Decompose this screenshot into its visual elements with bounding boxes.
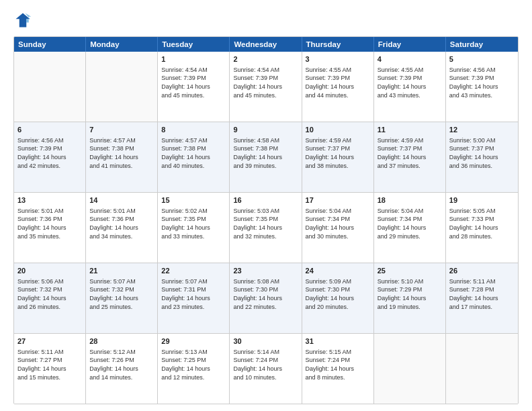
day-number: 16 — [233, 195, 298, 205]
calendar-cell: 2Sunrise: 4:54 AMSunset: 7:39 PMDaylight… — [230, 52, 302, 122]
day-number: 21 — [89, 266, 154, 276]
day-number: 18 — [378, 195, 442, 205]
calendar-cell: 20Sunrise: 5:06 AMSunset: 7:32 PMDayligh… — [14, 263, 86, 333]
calendar-cell: 6Sunrise: 4:56 AMSunset: 7:39 PMDaylight… — [14, 122, 86, 192]
day-number: 11 — [378, 125, 442, 135]
calendar-cell: 16Sunrise: 5:03 AMSunset: 7:35 PMDayligh… — [230, 193, 302, 263]
logo-icon — [13, 11, 32, 30]
day-number: 24 — [306, 266, 370, 276]
cell-details: Sunrise: 4:54 AMSunset: 7:39 PMDaylight:… — [233, 66, 298, 99]
cell-details: Sunrise: 5:11 AMSunset: 7:28 PMDaylight:… — [449, 277, 515, 311]
header-day-wednesday: Wednesday — [230, 37, 302, 52]
cell-details: Sunrise: 5:06 AMSunset: 7:32 PMDaylight:… — [17, 277, 82, 311]
calendar-row-1: 6Sunrise: 4:56 AMSunset: 7:39 PMDaylight… — [14, 122, 518, 193]
cell-details: Sunrise: 5:12 AMSunset: 7:26 PMDaylight:… — [89, 348, 154, 381]
day-number: 25 — [378, 266, 442, 276]
day-number: 19 — [449, 195, 515, 205]
calendar-cell — [446, 334, 518, 404]
day-number: 22 — [161, 266, 226, 276]
header-day-sunday: Sunday — [14, 37, 86, 52]
calendar-cell — [374, 334, 446, 404]
calendar-cell: 31Sunrise: 5:15 AMSunset: 7:24 PMDayligh… — [302, 334, 374, 404]
calendar-cell: 23Sunrise: 5:08 AMSunset: 7:30 PMDayligh… — [230, 263, 302, 333]
cell-details: Sunrise: 5:08 AMSunset: 7:30 PMDaylight:… — [233, 277, 298, 311]
calendar-cell: 18Sunrise: 5:04 AMSunset: 7:34 PMDayligh… — [374, 193, 446, 263]
day-number: 3 — [306, 54, 370, 64]
cell-details: Sunrise: 5:07 AMSunset: 7:32 PMDaylight:… — [89, 277, 154, 311]
cell-details: Sunrise: 5:09 AMSunset: 7:30 PMDaylight:… — [306, 277, 370, 311]
day-number: 23 — [233, 266, 298, 276]
header-day-thursday: Thursday — [302, 37, 374, 52]
day-number: 29 — [161, 336, 226, 347]
cell-details: Sunrise: 4:56 AMSunset: 7:39 PMDaylight:… — [449, 66, 515, 99]
calendar-cell: 21Sunrise: 5:07 AMSunset: 7:32 PMDayligh… — [86, 263, 158, 333]
day-number: 6 — [17, 125, 82, 135]
calendar-cell: 22Sunrise: 5:07 AMSunset: 7:31 PMDayligh… — [158, 263, 230, 333]
calendar-cell: 30Sunrise: 5:14 AMSunset: 7:24 PMDayligh… — [230, 334, 302, 404]
cell-details: Sunrise: 4:55 AMSunset: 7:39 PMDaylight:… — [306, 66, 370, 99]
cell-details: Sunrise: 5:04 AMSunset: 7:34 PMDaylight:… — [378, 207, 442, 240]
cell-details: Sunrise: 5:07 AMSunset: 7:31 PMDaylight:… — [161, 277, 226, 311]
day-number: 20 — [17, 266, 82, 276]
cell-details: Sunrise: 5:00 AMSunset: 7:37 PMDaylight:… — [449, 136, 515, 170]
cell-details: Sunrise: 5:05 AMSunset: 7:33 PMDaylight:… — [449, 207, 515, 240]
day-number: 17 — [306, 195, 370, 205]
calendar-cell: 1Sunrise: 4:54 AMSunset: 7:39 PMDaylight… — [158, 52, 230, 122]
cell-details: Sunrise: 5:01 AMSunset: 7:36 PMDaylight:… — [17, 207, 82, 240]
day-number: 1 — [161, 54, 226, 64]
day-number: 31 — [306, 336, 370, 347]
cell-details: Sunrise: 4:57 AMSunset: 7:38 PMDaylight:… — [89, 136, 154, 170]
cell-details: Sunrise: 4:55 AMSunset: 7:39 PMDaylight:… — [378, 66, 442, 99]
calendar-cell: 7Sunrise: 4:57 AMSunset: 7:38 PMDaylight… — [86, 122, 158, 192]
day-number: 26 — [449, 266, 515, 276]
calendar-cell: 12Sunrise: 5:00 AMSunset: 7:37 PMDayligh… — [446, 122, 518, 192]
logo — [13, 11, 35, 30]
day-number: 5 — [449, 54, 515, 64]
calendar-cell: 27Sunrise: 5:11 AMSunset: 7:27 PMDayligh… — [14, 334, 86, 404]
cell-details: Sunrise: 4:54 AMSunset: 7:39 PMDaylight:… — [161, 66, 226, 99]
cell-details: Sunrise: 5:15 AMSunset: 7:24 PMDaylight:… — [306, 348, 370, 381]
cell-details: Sunrise: 5:03 AMSunset: 7:35 PMDaylight:… — [233, 207, 298, 240]
calendar: SundayMondayTuesdayWednesdayThursdayFrid… — [13, 36, 519, 404]
calendar-cell: 8Sunrise: 4:57 AMSunset: 7:38 PMDaylight… — [158, 122, 230, 192]
calendar-cell — [14, 52, 86, 122]
cell-details: Sunrise: 4:59 AMSunset: 7:37 PMDaylight:… — [306, 136, 370, 170]
header — [13, 11, 519, 30]
header-day-monday: Monday — [86, 37, 158, 52]
calendar-cell: 10Sunrise: 4:59 AMSunset: 7:37 PMDayligh… — [302, 122, 374, 192]
day-number: 12 — [449, 125, 515, 135]
calendar-row-3: 20Sunrise: 5:06 AMSunset: 7:32 PMDayligh… — [14, 263, 518, 334]
calendar-cell: 17Sunrise: 5:04 AMSunset: 7:34 PMDayligh… — [302, 193, 374, 263]
calendar-row-2: 13Sunrise: 5:01 AMSunset: 7:36 PMDayligh… — [14, 193, 518, 263]
calendar-cell: 11Sunrise: 4:59 AMSunset: 7:37 PMDayligh… — [374, 122, 446, 192]
calendar-cell: 28Sunrise: 5:12 AMSunset: 7:26 PMDayligh… — [86, 334, 158, 404]
day-number: 15 — [161, 195, 226, 205]
cell-details: Sunrise: 4:59 AMSunset: 7:37 PMDaylight:… — [378, 136, 442, 170]
calendar-cell: 9Sunrise: 4:58 AMSunset: 7:38 PMDaylight… — [230, 122, 302, 192]
calendar-cell: 14Sunrise: 5:01 AMSunset: 7:36 PMDayligh… — [86, 193, 158, 263]
calendar-cell: 19Sunrise: 5:05 AMSunset: 7:33 PMDayligh… — [446, 193, 518, 263]
day-number: 28 — [89, 336, 154, 347]
calendar-cell — [86, 52, 158, 122]
cell-details: Sunrise: 5:04 AMSunset: 7:34 PMDaylight:… — [306, 207, 370, 240]
header-day-friday: Friday — [374, 37, 446, 52]
day-number: 30 — [233, 336, 298, 347]
calendar-cell: 3Sunrise: 4:55 AMSunset: 7:39 PMDaylight… — [302, 52, 374, 122]
calendar-cell: 13Sunrise: 5:01 AMSunset: 7:36 PMDayligh… — [14, 193, 86, 263]
day-number: 2 — [233, 54, 298, 64]
calendar-cell: 4Sunrise: 4:55 AMSunset: 7:39 PMDaylight… — [374, 52, 446, 122]
cell-details: Sunrise: 4:56 AMSunset: 7:39 PMDaylight:… — [17, 136, 82, 170]
cell-details: Sunrise: 5:14 AMSunset: 7:24 PMDaylight:… — [233, 348, 298, 381]
day-number: 7 — [89, 125, 154, 135]
day-number: 4 — [378, 54, 442, 64]
day-number: 8 — [161, 125, 226, 135]
calendar-cell: 26Sunrise: 5:11 AMSunset: 7:28 PMDayligh… — [446, 263, 518, 333]
day-number: 10 — [306, 125, 370, 135]
header-day-saturday: Saturday — [446, 37, 518, 52]
calendar-cell: 24Sunrise: 5:09 AMSunset: 7:30 PMDayligh… — [302, 263, 374, 333]
calendar-cell: 5Sunrise: 4:56 AMSunset: 7:39 PMDaylight… — [446, 52, 518, 122]
calendar-row-4: 27Sunrise: 5:11 AMSunset: 7:27 PMDayligh… — [14, 334, 518, 404]
cell-details: Sunrise: 5:10 AMSunset: 7:29 PMDaylight:… — [378, 277, 442, 311]
day-number: 27 — [17, 336, 82, 347]
calendar-cell: 25Sunrise: 5:10 AMSunset: 7:29 PMDayligh… — [374, 263, 446, 333]
